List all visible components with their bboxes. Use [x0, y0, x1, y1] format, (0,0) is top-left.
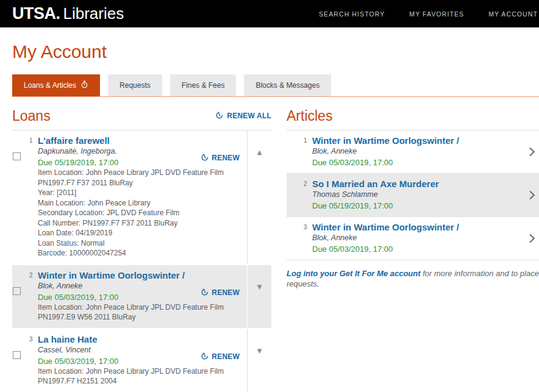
article-number: 2 [304, 180, 307, 187]
articles-title: Articles [287, 108, 332, 124]
loan-expand-rail: ▲ [247, 130, 271, 264]
loan-title-link[interactable]: L'affaire farewell [38, 135, 110, 146]
tab-blocks-messages[interactable]: Blocks & Messages [244, 74, 331, 96]
tab-loans-articles[interactable]: Loans & Articles [12, 74, 100, 96]
logo-utsa-text: UTSA. [12, 4, 60, 23]
loan-detail-line: PN1997.F7 F37 2011 BluRay [38, 178, 243, 188]
loan-number: 1 [29, 137, 33, 144]
loan-checkbox[interactable] [13, 287, 21, 295]
article-number: 3 [304, 224, 307, 230]
collapse-arrow-icon[interactable]: ▲ [257, 149, 262, 155]
article-author: Blok, Anneke [312, 233, 518, 243]
clock-icon [80, 80, 88, 90]
renew-all-label: RENEW ALL [227, 112, 271, 120]
loan-detail-line: Main Location: John Peace Library [38, 198, 243, 208]
renew-icon [201, 288, 209, 298]
expand-arrow-icon[interactable]: ▼ [257, 347, 262, 354]
top-header-bar: UTSA. Libraries SEARCH HISTORY MY FAVORI… [0, 0, 539, 27]
renew-label: RENEW [212, 288, 240, 297]
loan-title-link[interactable]: Winter in Wartime Oorlogswinter / [38, 270, 185, 281]
tab-requests[interactable]: Requests [108, 74, 162, 96]
top-navigation: SEARCH HISTORY MY FAVORITES MY ACCOUNT [319, 10, 538, 18]
content-columns: Loans RENEW ALL 1 [12, 104, 539, 392]
loan-number: 3 [29, 336, 33, 343]
articles-section: Articles 1 Winter in Wartime Oorlogswint… [287, 104, 539, 392]
get-it-for-me-link[interactable]: Log into your Get It For Me account [287, 269, 421, 278]
loan-detail-line: Secondary Location: JPL DVD Feature Film [38, 208, 243, 218]
article-number: 1 [304, 137, 307, 144]
loan-expand-rail: ▼ [247, 329, 271, 392]
article-title-link[interactable]: Winter in Wartime Oorlogswinter / [312, 222, 459, 233]
loan-row-3: 3 La haine Hate Cassel, Vincent Due 05/0… [12, 329, 271, 392]
tab-blocks-messages-label: Blocks & Messages [255, 81, 319, 90]
article-due-date: Due 05/03/2019, 17:00 [312, 157, 518, 168]
loan-detail-line: Item Location: John Peace Library JPL DV… [38, 302, 243, 313]
chevron-right-icon[interactable] [529, 233, 535, 244]
renew-icon [201, 352, 209, 362]
loans-title: Loans [12, 108, 51, 124]
page-title: My Account [12, 41, 539, 62]
tab-requests-label: Requests [120, 81, 151, 90]
article-row-1[interactable]: 1 Winter in Wartime Oorlogswinter / Blok… [287, 130, 539, 174]
get-it-for-me-note: Log into your Get It For Me account for … [287, 268, 539, 289]
loan-detail-line: Item Location: John Peace Library JPL DV… [38, 168, 243, 178]
loan-detail-line: Loan Status: Normal [38, 238, 243, 249]
logo-libraries-text: Libraries [63, 4, 124, 23]
article-row-2[interactable]: 2 So I Married an Axe Murderer Thomas Sc… [287, 174, 539, 217]
loan-detail-line: Loan Date: 04/19/2019 [38, 228, 243, 238]
renew-button[interactable]: RENEW [201, 352, 240, 362]
renew-label: RENEW [212, 352, 240, 361]
loan-number: 2 [29, 272, 33, 279]
chevron-right-icon[interactable] [529, 147, 535, 157]
loan-main: L'affaire farewell Dapkunaitė, Ingeborga… [12, 130, 247, 264]
nav-search-history[interactable]: SEARCH HISTORY [319, 10, 385, 18]
tab-loans-articles-label: Loans & Articles [24, 81, 76, 90]
article-due-date: Due 05/03/2019, 17:00 [312, 244, 518, 254]
article-author: Thomas Schlamme [312, 190, 518, 199]
loan-detail-line: Call Number: PN1997.F7 F37 2011 BluRay [38, 218, 243, 229]
articles-list: 1 Winter in Wartime Oorlogswinter / Blok… [287, 130, 539, 260]
article-row-3[interactable]: 3 Winter in Wartime Oorlogswinter / Blok… [287, 217, 539, 260]
article-title-link[interactable]: Winter in Wartime Oorlogswinter / [312, 135, 459, 146]
article-title-link[interactable]: So I Married an Axe Murderer [312, 179, 439, 190]
renew-icon [215, 111, 223, 121]
account-tabs: Loans & Articles Requests Fines & Fees B… [12, 74, 539, 97]
utsa-libraries-logo[interactable]: UTSA. Libraries [12, 4, 124, 23]
renew-label: RENEW [212, 154, 240, 162]
tab-fines-fees-label: Fines & Fees [182, 81, 225, 90]
loan-row-1: 1 L'affaire farewell Dapkunaitė, Ingebor… [12, 130, 271, 264]
page-body: My Account Loans & Articles Requests Fin… [0, 41, 539, 392]
nav-my-account[interactable]: MY ACCOUNT [488, 10, 538, 18]
tab-fines-fees[interactable]: Fines & Fees [170, 74, 237, 96]
loans-header: Loans RENEW ALL [12, 104, 271, 130]
loan-detail-line: Item Location: John Peace Library JPL DV… [38, 366, 243, 377]
loan-row-2: 2 Winter in Wartime Oorlogswinter / Blok… [12, 265, 271, 328]
article-due-date: Due 05/19/2019, 17:00 [312, 201, 518, 211]
renew-all-button[interactable]: RENEW ALL [215, 111, 271, 121]
loans-section: Loans RENEW ALL 1 [12, 104, 271, 392]
loan-detail-line: PN1997.F7 H2151 2004 [38, 376, 243, 387]
loan-detail-line: Barcode: 10000002047254 [38, 248, 243, 258]
renew-button[interactable]: RENEW [201, 153, 240, 163]
loan-expand-rail: ▼ [247, 265, 271, 328]
chevron-right-icon[interactable] [529, 190, 535, 201]
expand-arrow-icon[interactable]: ▼ [257, 283, 262, 290]
loan-checkbox[interactable] [13, 152, 21, 160]
loan-checkbox[interactable] [13, 351, 21, 359]
loan-detail-line: Year: [2011] [38, 188, 243, 198]
articles-header: Articles [287, 104, 539, 130]
loans-list: 1 L'affaire farewell Dapkunaitė, Ingebor… [12, 130, 271, 392]
article-author: Blok, Anneke [312, 147, 518, 156]
renew-button[interactable]: RENEW [201, 288, 240, 298]
renew-icon [201, 153, 209, 163]
nav-my-favorites[interactable]: MY FAVORITES [409, 10, 464, 18]
loan-title-link[interactable]: La haine Hate [38, 334, 98, 345]
loan-detail-line: PN1997.E9 W56 2011 BluRay [38, 312, 243, 323]
